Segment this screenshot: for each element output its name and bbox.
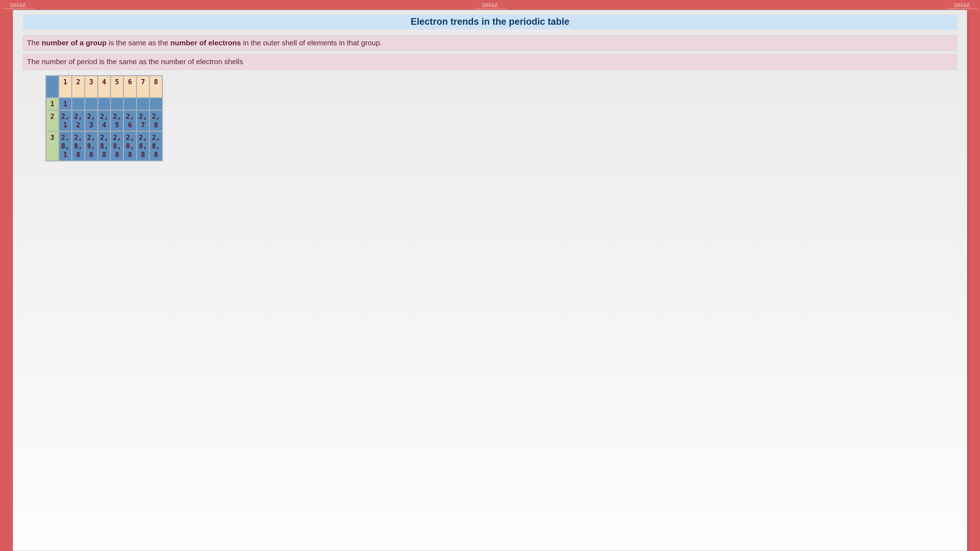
table-cell: 1 <box>59 98 71 110</box>
table-cell: 2,2 <box>72 111 84 131</box>
col-head: 1 <box>59 76 71 97</box>
table-corner <box>46 76 58 97</box>
col-head: 8 <box>150 76 162 97</box>
table-cell: 2,8,8 <box>137 132 149 160</box>
table-cell: 2,1 <box>59 111 71 131</box>
table-cell: 2,8,8 <box>72 132 84 160</box>
info-box-period: The number of period is the same as the … <box>23 54 957 70</box>
logo-watermark-center: ustaz Professional Learning Centre <box>474 1 506 10</box>
logo-tagline: Professional Learning Centre <box>2 8 34 10</box>
table-cell: 2,4 <box>98 111 110 131</box>
logo-brand: ustaz <box>946 1 978 8</box>
info-box-group: The number of a group is the same as the… <box>23 35 957 51</box>
periodic-table-wrap: 1 2 3 4 5 6 7 8 1 1 2 <box>45 75 163 161</box>
slide-card: Electron trends in the periodic table Th… <box>13 10 967 551</box>
logo-brand: ustaz <box>2 1 34 8</box>
table-cell <box>85 98 97 110</box>
info1-pre: The <box>27 39 41 47</box>
table-cell: 2,3 <box>85 111 97 131</box>
col-head: 5 <box>111 76 123 97</box>
logo-watermark-right: ustaz Professional Learning Centre <box>946 1 978 10</box>
logo-brand: ustaz <box>474 1 506 8</box>
table-cell: 2,6 <box>124 111 136 131</box>
logo-tagline: Professional Learning Centre <box>474 8 506 10</box>
col-head: 7 <box>137 76 149 97</box>
row-head: 1 <box>46 98 58 110</box>
table-cell: 2,8,8 <box>124 132 136 160</box>
slide-title: Electron trends in the periodic table <box>23 14 957 29</box>
table-cell: 2,8,8 <box>111 132 123 160</box>
info1-post: in the outer shell of elements in that g… <box>241 39 382 47</box>
table-cell: 2,8,8 <box>85 132 97 160</box>
table-cell: 2,8,8 <box>150 132 162 160</box>
table-cell <box>98 98 110 110</box>
row-head: 3 <box>46 132 58 160</box>
row-head: 2 <box>46 111 58 131</box>
col-head: 3 <box>85 76 97 97</box>
table-cell: 2,5 <box>111 111 123 131</box>
info1-b1: number of a group <box>41 39 107 47</box>
logo-tagline: Professional Learning Centre <box>946 8 978 10</box>
table-cell <box>72 98 84 110</box>
table-cell: 2,8,8 <box>98 132 110 160</box>
col-head: 6 <box>124 76 136 97</box>
table-cell <box>124 98 136 110</box>
table-cell: 2,8,1 <box>59 132 71 160</box>
logo-watermark-left: ustaz Professional Learning Centre <box>2 1 34 10</box>
col-head: 2 <box>72 76 84 97</box>
periodic-table: 1 2 3 4 5 6 7 8 1 1 2 <box>45 75 163 161</box>
table-cell <box>137 98 149 110</box>
info1-b2: number of electrons <box>170 39 241 47</box>
table-cell: 2,8 <box>150 111 162 131</box>
col-head: 4 <box>98 76 110 97</box>
table-cell <box>111 98 123 110</box>
info1-mid: is the same as the <box>107 39 170 47</box>
table-cell <box>150 98 162 110</box>
table-cell: 2,7 <box>137 111 149 131</box>
